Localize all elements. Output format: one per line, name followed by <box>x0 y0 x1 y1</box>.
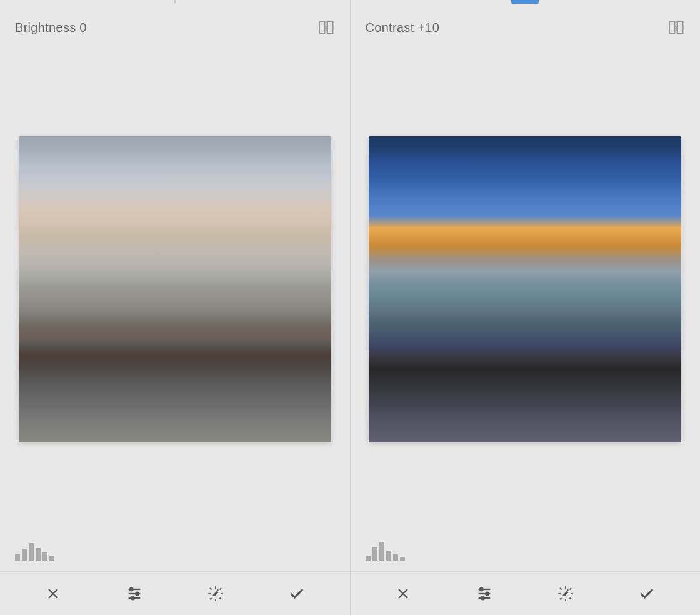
svg-line-18 <box>219 588 221 589</box>
histogram-icon-left <box>15 539 54 561</box>
svg-point-28 <box>486 592 489 595</box>
hist-bar <box>393 554 398 561</box>
hist-bar <box>49 556 54 561</box>
contrast-title: Contrast +10 <box>366 21 440 35</box>
svg-line-32 <box>560 588 561 589</box>
right-photo-image <box>369 136 681 442</box>
hist-bar <box>42 552 48 561</box>
hist-bar <box>400 557 405 561</box>
confirm-button-left[interactable] <box>283 580 311 608</box>
hist-bar <box>15 554 20 561</box>
left-panel-header: Brightness 0 <box>0 4 350 51</box>
svg-rect-20 <box>678 21 683 34</box>
right-histogram <box>351 528 701 571</box>
right-panel-header: Contrast +10 <box>351 4 701 51</box>
svg-point-27 <box>480 588 483 591</box>
svg-point-8 <box>130 588 133 591</box>
hist-bar <box>372 547 378 561</box>
left-photo <box>19 136 331 442</box>
cancel-button-left[interactable] <box>39 580 67 608</box>
right-panel: Contrast +10 <box>351 0 701 615</box>
svg-line-33 <box>570 598 571 599</box>
left-panel: Brightness 0 <box>0 0 351 615</box>
svg-point-29 <box>482 596 485 599</box>
hist-bar <box>36 548 41 561</box>
svg-point-10 <box>131 596 134 599</box>
hist-bar <box>366 556 371 561</box>
svg-line-17 <box>210 598 211 599</box>
brightness-title: Brightness 0 <box>15 21 87 35</box>
svg-point-9 <box>136 592 139 595</box>
svg-line-36 <box>560 598 561 599</box>
svg-rect-1 <box>328 21 333 34</box>
cancel-button-right[interactable] <box>389 580 417 608</box>
adjust-button-left[interactable] <box>121 580 148 608</box>
svg-rect-19 <box>669 21 675 34</box>
svg-line-37 <box>570 588 571 589</box>
svg-line-14 <box>219 598 221 599</box>
right-image-area <box>351 51 701 528</box>
left-histogram <box>0 528 350 571</box>
confirm-button-right[interactable] <box>633 580 661 608</box>
hist-bar <box>29 543 34 561</box>
svg-line-13 <box>210 588 211 589</box>
svg-rect-0 <box>319 21 325 34</box>
auto-enhance-button-right[interactable] <box>552 580 579 608</box>
left-toolbar <box>0 571 350 615</box>
right-photo <box>369 136 681 442</box>
left-photo-image <box>19 136 331 442</box>
hist-bar <box>386 551 391 561</box>
right-toolbar <box>351 571 701 615</box>
split-compare-icon-right[interactable] <box>668 19 685 36</box>
histogram-icon-right <box>366 539 405 561</box>
left-image-area <box>0 51 350 528</box>
adjust-button-right[interactable] <box>471 580 498 608</box>
split-compare-icon-left[interactable] <box>318 19 335 36</box>
hist-bar <box>379 542 384 561</box>
hist-bar <box>22 549 27 561</box>
auto-enhance-button-left[interactable] <box>202 580 229 608</box>
